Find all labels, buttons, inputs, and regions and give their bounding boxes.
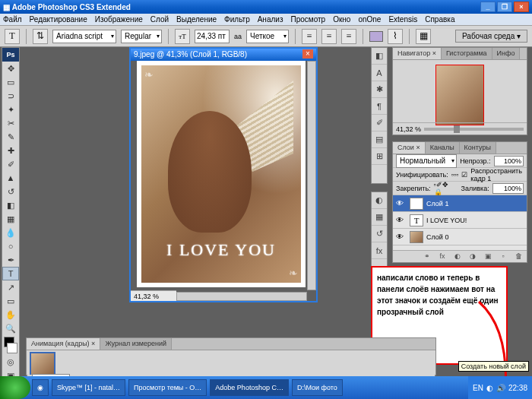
nav-zoom-slider[interactable] — [424, 128, 524, 131]
minimize-button[interactable]: _ — [480, 2, 496, 12]
dock-btn[interactable]: ◧ — [372, 48, 387, 65]
menu-edit[interactable]: Редактирование — [30, 15, 87, 24]
dock-btn[interactable]: A — [372, 65, 387, 81]
task-button[interactable]: D:\Мои фото — [292, 379, 343, 396]
layer-name[interactable]: Слой 0 — [426, 233, 448, 241]
propagate-label[interactable]: Распространить кадр 1 — [470, 167, 524, 182]
stamp-tool[interactable]: ▲ — [2, 171, 19, 185]
dock-btn[interactable]: ▤ — [372, 131, 387, 148]
workspace-button[interactable]: Рабочая среда ▾ — [455, 30, 527, 43]
dock-btn[interactable]: ✱ — [372, 81, 387, 98]
tab-layers[interactable]: Слои × — [393, 142, 426, 154]
close-button[interactable]: × — [514, 2, 529, 12]
path-tool[interactable]: ↗ — [2, 280, 19, 294]
tab-paths[interactable]: Контуры — [460, 142, 496, 154]
fill-input[interactable]: 100% — [492, 183, 524, 194]
gradient-tool[interactable]: ▦ — [2, 212, 19, 226]
task-button[interactable]: Skype™ [1] - natal… — [52, 379, 125, 396]
nav-zoom-value[interactable]: 41,32 % — [396, 125, 421, 133]
blur-tool[interactable]: 💧 — [2, 226, 19, 239]
visibility-icon[interactable]: 👁 — [393, 199, 407, 207]
tool-preset-button[interactable]: T — [5, 29, 20, 44]
tab-info[interactable]: Инфо — [492, 48, 521, 59]
dock-btn[interactable]: ⊞ — [372, 148, 387, 165]
menu-help[interactable]: Справка — [425, 15, 454, 24]
align-center-button[interactable]: ≡ — [321, 29, 337, 44]
visibility-icon[interactable]: 👁 — [393, 216, 407, 224]
character-panel-button[interactable]: ▦ — [416, 29, 431, 44]
background-color[interactable] — [7, 343, 17, 353]
align-right-button[interactable]: ≡ — [341, 29, 356, 44]
menu-view[interactable]: Просмотр — [290, 15, 325, 24]
start-button[interactable] — [0, 376, 30, 399]
pen-tool[interactable]: ✒ — [2, 253, 19, 267]
warp-text-button[interactable]: ⌇ — [388, 29, 403, 44]
layer-thumbnail[interactable] — [410, 198, 423, 210]
lang-indicator[interactable]: EN — [473, 384, 483, 392]
menu-select[interactable]: Выделение — [176, 15, 217, 24]
tab-measurements[interactable]: Журнал измерений — [100, 338, 172, 350]
tab-navigator[interactable]: Навигатор × — [393, 48, 442, 59]
font-size-input[interactable]: 24,33 пт — [195, 30, 230, 43]
dock-btn[interactable]: ▦ — [372, 209, 387, 226]
tab-channels[interactable]: Каналы — [426, 142, 460, 154]
font-family-dropdown[interactable]: Ariadna script — [52, 30, 116, 43]
layer-row[interactable]: 👁 T I LOVE YOU! — [393, 212, 527, 229]
text-color-swatch[interactable] — [369, 31, 383, 42]
maximize-button[interactable]: ❐ — [497, 2, 512, 12]
group-button[interactable]: ▣ — [483, 252, 493, 261]
layer-name[interactable]: I LOVE YOU! — [426, 217, 467, 224]
blend-mode-dropdown[interactable]: Нормальный — [396, 154, 457, 168]
font-style-dropdown[interactable]: Regular — [121, 30, 162, 43]
doc-scroll-h[interactable] — [176, 292, 307, 301]
opacity-input[interactable]: 100% — [494, 156, 524, 166]
lasso-tool[interactable]: ⊃ — [2, 89, 19, 103]
tray-icon[interactable]: 🔊 — [496, 384, 505, 392]
heal-tool[interactable]: ✚ — [2, 144, 19, 157]
wand-tool[interactable]: ✦ — [2, 103, 19, 116]
marquee-tool[interactable]: ▭ — [2, 75, 19, 89]
new-layer-button[interactable]: ▫ — [498, 252, 508, 261]
adjustment-button[interactable]: ◑ — [467, 252, 478, 261]
menu-layer[interactable]: Слой — [150, 15, 169, 24]
move-tool[interactable]: ✥ — [2, 62, 19, 75]
hand-tool[interactable]: ✋ — [2, 308, 19, 321]
menu-onone[interactable]: onOne — [358, 15, 381, 24]
visibility-icon[interactable]: 👁 — [393, 233, 407, 241]
brush-tool[interactable]: ✐ — [2, 157, 19, 171]
fx-button[interactable]: fx — [437, 252, 448, 261]
tray-icon[interactable]: ◐ — [486, 384, 493, 392]
type-tool[interactable]: T — [2, 267, 19, 280]
layer-thumbnail[interactable] — [410, 231, 423, 243]
layer-name[interactable]: Слой 1 — [426, 200, 448, 207]
dock-btn[interactable]: ✐ — [372, 115, 387, 131]
menu-file[interactable]: Файл — [3, 15, 22, 24]
delete-layer-button[interactable]: 🗑 — [513, 252, 524, 261]
link-layers-button[interactable]: ⚭ — [422, 252, 432, 261]
doc-scroll-v[interactable] — [307, 61, 316, 290]
orientation-button[interactable]: ⇅ — [33, 29, 48, 44]
document-zoom[interactable]: 41,32 % — [131, 290, 176, 301]
task-button[interactable]: ◉ — [32, 379, 49, 396]
navigator-thumbnail[interactable] — [435, 65, 484, 125]
menu-window[interactable]: Окно — [333, 15, 350, 24]
unify-icon[interactable]: ▫▫▫ — [451, 171, 459, 179]
layer-row[interactable]: 👁 Слой 1 — [393, 195, 527, 212]
quickmask-button[interactable]: ◎ — [2, 355, 19, 369]
menu-analysis[interactable]: Анализ — [258, 15, 283, 24]
antialias-dropdown[interactable]: Четкое — [246, 30, 289, 43]
dock-btn[interactable]: fx — [372, 242, 387, 259]
dock-btn[interactable]: ◐ — [372, 192, 387, 209]
task-button[interactable]: Adobe Photoshop C… — [210, 379, 289, 396]
mask-button[interactable]: ◐ — [452, 252, 463, 261]
document-close-button[interactable]: × — [302, 49, 313, 59]
task-button[interactable]: Просмотр темы - О… — [128, 379, 207, 396]
history-brush-tool[interactable]: ↺ — [2, 185, 19, 198]
crop-tool[interactable]: ✂ — [2, 116, 19, 130]
eyedropper-tool[interactable]: ✎ — [2, 130, 19, 144]
tab-histogram[interactable]: Гистограмма — [442, 48, 492, 59]
clock[interactable]: 22:38 — [508, 384, 527, 392]
color-pickers[interactable] — [4, 337, 17, 353]
lock-icons[interactable]: ▫✐✥🔒 — [434, 181, 455, 196]
dock-btn[interactable]: ¶ — [372, 98, 387, 115]
